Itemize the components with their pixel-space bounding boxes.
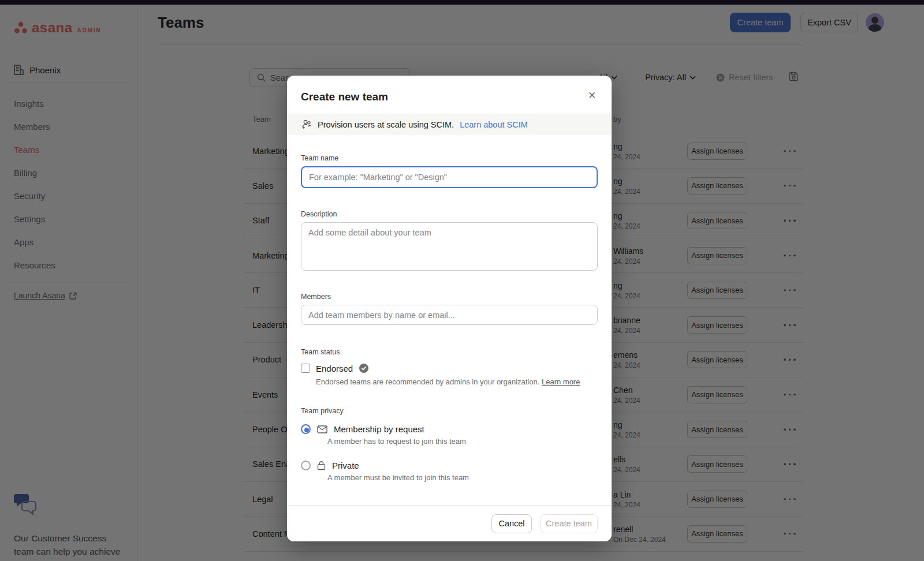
- endorsed-learn-more-link[interactable]: Learn more: [542, 377, 580, 386]
- scim-users-icon: [301, 119, 312, 129]
- team-name-input[interactable]: [301, 166, 598, 188]
- scim-banner-text: Provision users at scale using SCIM.: [318, 120, 454, 129]
- private-option-helper: A member must be invited to join this te…: [327, 473, 598, 482]
- verified-badge-icon: [359, 363, 369, 373]
- private-radio[interactable]: [301, 461, 311, 470]
- team-status-label: Team status: [301, 348, 598, 356]
- members-label: Members: [301, 293, 598, 301]
- lock-icon: [317, 461, 326, 470]
- privacy-option-private: Private: [301, 461, 598, 470]
- description-textarea[interactable]: [301, 222, 598, 271]
- endorsed-label: Endorsed: [316, 364, 353, 373]
- members-input[interactable]: [301, 305, 598, 325]
- cancel-button[interactable]: Cancel: [491, 514, 532, 533]
- scim-banner: Provision users at scale using SCIM. Lea…: [287, 114, 612, 135]
- membership-option-helper: A member has to request to join this tea…: [327, 437, 598, 446]
- endorsed-row: Endorsed: [301, 363, 598, 373]
- membership-option-label: Membership by request: [334, 424, 424, 434]
- team-name-label: Team name: [301, 154, 598, 162]
- privacy-option-membership: Membership by request: [301, 424, 598, 434]
- app-window: asana ADMIN Phoenix Insights Members: [0, 0, 924, 561]
- endorsed-helper-text: Endorsed teams are recommended by admins…: [316, 377, 539, 386]
- modal-body: Team name Description Members Team statu…: [287, 154, 612, 482]
- private-option-label: Private: [332, 461, 359, 470]
- description-label: Description: [301, 210, 598, 218]
- create-new-team-modal: Create new team ✕ Provision users at sca…: [287, 76, 612, 541]
- modal-footer: Cancel Create team: [287, 505, 612, 541]
- create-team-submit-button[interactable]: Create team: [540, 514, 598, 533]
- membership-radio[interactable]: [301, 424, 311, 434]
- scim-learn-link[interactable]: Learn about SCIM: [460, 120, 528, 129]
- endorsed-checkbox[interactable]: [301, 364, 310, 373]
- modal-title: Create new team: [287, 76, 612, 114]
- endorsed-helper: Endorsed teams are recommended by admins…: [316, 377, 598, 386]
- close-icon[interactable]: ✕: [584, 87, 600, 103]
- envelope-icon: [317, 425, 327, 433]
- team-privacy-label: Team privacy: [301, 407, 598, 415]
